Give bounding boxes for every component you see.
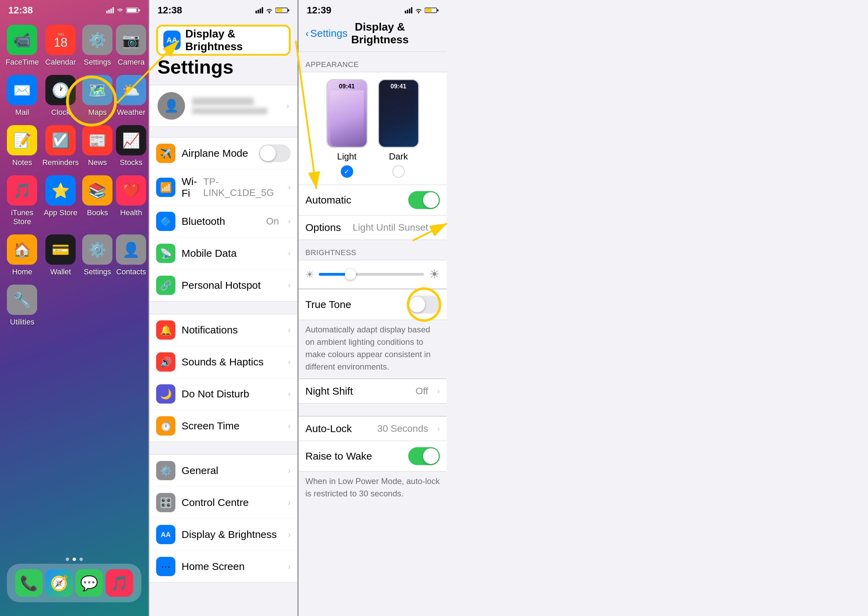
profile-info <box>192 97 280 114</box>
app-books[interactable]: 📚 Books <box>82 175 112 226</box>
sounds-chevron: › <box>288 357 291 367</box>
row-airplane[interactable]: ✈️ Airplane Mode <box>149 137 297 170</box>
row-control-centre[interactable]: 🎛️ Control Centre › <box>149 487 297 519</box>
options-row[interactable]: Options Light Until Sunset › <box>299 215 447 240</box>
svg-rect-10 <box>262 7 263 13</box>
row-wifi[interactable]: 📶 Wi-Fi TP-LINK_C1DE_5G › <box>149 170 297 206</box>
app-settings-home[interactable]: ⚙️ Settings <box>82 25 112 67</box>
light-mode-label: Light <box>337 151 356 162</box>
row-bluetooth[interactable]: 🔷 Bluetooth On › <box>149 206 297 237</box>
signal-icon <box>106 7 114 13</box>
app-reminders[interactable]: ☑️ Reminders <box>42 125 79 167</box>
automatic-toggle[interactable] <box>408 191 440 209</box>
raise-to-wake-row[interactable]: Raise to Wake <box>299 441 447 471</box>
raise-to-wake-toggle[interactable] <box>408 447 440 465</box>
app-contacts[interactable]: 👤 Contacts <box>116 234 146 277</box>
bluetooth-icon: 🔷 <box>156 212 175 231</box>
row-dnd[interactable]: 🌙 Do Not Disturb › <box>149 378 297 410</box>
battery-icon <box>126 7 140 13</box>
app-calendar[interactable]: THU 18 Calendar <box>42 25 79 67</box>
app-grid: 📹 FaceTime THU 18 Calendar ⚙️ Settings 📷… <box>0 18 148 333</box>
wifi-icon <box>116 8 123 13</box>
display-time: 12:39 <box>307 5 332 16</box>
row-notifications[interactable]: 🔔 Notifications › <box>149 314 297 346</box>
airplane-icon: ✈️ <box>156 144 175 163</box>
light-mode-option[interactable]: 09:41 Light ✓ <box>326 79 368 178</box>
connectivity-section: ✈️ Airplane Mode 📶 Wi-Fi TP-LINK_C1DE_5G… <box>149 137 297 302</box>
profile-avatar: 👤 <box>157 92 185 119</box>
notifications-chevron: › <box>288 325 291 335</box>
brightness-track[interactable] <box>319 273 424 276</box>
true-tone-description: Automatically adapt display based on amb… <box>299 320 447 379</box>
svg-rect-16 <box>407 9 408 13</box>
sounds-icon: 🔊 <box>156 352 175 372</box>
row-home-screen[interactable]: ⋯ Home Screen › <box>149 551 297 582</box>
dark-mode-option[interactable]: 09:41 Dark <box>378 79 419 178</box>
dock-messages[interactable]: 💬 <box>75 569 103 597</box>
wifi-icon-2 <box>266 8 273 13</box>
svg-rect-14 <box>276 9 282 12</box>
row-display-brightness[interactable]: AA Display & Brightness › <box>149 519 297 551</box>
brightness-sun-small: ☀ <box>305 269 314 280</box>
svg-rect-22 <box>425 9 432 12</box>
wifi-chevron: › <box>288 182 291 192</box>
general-section: ⚙️ General › 🎛️ Control Centre › AA Disp… <box>149 454 297 583</box>
row-screen-time[interactable]: ⏱️ Screen Time › <box>149 410 297 442</box>
app-itunes[interactable]: 🎵 iTunes Store <box>6 175 39 226</box>
row-general[interactable]: ⚙️ General › <box>149 455 297 487</box>
true-tone-section: True Tone <box>299 289 447 320</box>
status-icons <box>106 7 140 13</box>
brightness-slider-row[interactable]: ☀ ☀ <box>305 267 440 281</box>
hotspot-icon: 🔗 <box>156 276 175 295</box>
screen-time-label: Screen Time <box>182 420 281 432</box>
svg-point-19 <box>418 12 419 13</box>
auto-lock-section: Auto-Lock 30 Seconds › Raise to Wake <box>299 416 447 471</box>
app-notes[interactable]: 📝 Notes <box>6 125 39 167</box>
app-camera[interactable]: 📷 Camera <box>116 25 146 67</box>
display-icon-highlight: AA <box>164 31 181 50</box>
app-weather[interactable]: ⛅ Weather <box>116 75 146 117</box>
true-tone-row[interactable]: True Tone <box>299 289 447 320</box>
app-settings-home2[interactable]: ⚙️ Settings <box>82 234 112 277</box>
app-health[interactable]: ❤️ Health <box>116 175 146 226</box>
row-sounds[interactable]: 🔊 Sounds & Haptics › <box>149 346 297 378</box>
automatic-row[interactable]: Automatic <box>299 185 447 215</box>
app-facetime[interactable]: 📹 FaceTime <box>6 25 39 67</box>
app-wallet[interactable]: 💳 Wallet <box>42 234 79 277</box>
general-label: General <box>182 465 281 476</box>
back-button[interactable]: ‹ Settings <box>305 27 348 39</box>
options-label: Options <box>305 222 347 233</box>
row-mobile-data[interactable]: 📡 Mobile Data › <box>149 237 297 269</box>
control-centre-label: Control Centre <box>182 497 281 508</box>
app-news[interactable]: 📰 News <box>82 125 112 167</box>
app-appstore[interactable]: ⭐ App Store <box>42 175 79 226</box>
svg-rect-0 <box>106 11 108 13</box>
general-chevron: › <box>288 466 291 475</box>
auto-lock-row[interactable]: Auto-Lock 30 Seconds › <box>299 416 447 441</box>
svg-rect-18 <box>411 7 412 13</box>
dock-phone[interactable]: 📞 <box>15 569 42 597</box>
appearance-section: 09:41 Light ✓ 09:41 Dark Automatic Optio… <box>299 72 447 240</box>
auto-lock-chevron: › <box>437 424 440 434</box>
home-screen-label: Home Screen <box>182 561 281 572</box>
battery-icon-3 <box>425 7 439 13</box>
dock-music[interactable]: 🎵 <box>105 569 133 597</box>
row-hotspot[interactable]: 🔗 Personal Hotspot › <box>149 269 297 301</box>
notifications-icon: 🔔 <box>156 321 175 339</box>
dot-3 <box>79 558 83 561</box>
airplane-toggle[interactable] <box>259 145 291 162</box>
dock-safari[interactable]: 🧭 <box>46 569 73 597</box>
screen-time-icon: ⏱️ <box>156 416 175 435</box>
appearance-section-header: APPEARANCE <box>299 52 447 72</box>
app-mail[interactable]: ✉️ Mail <box>6 75 39 117</box>
night-shift-row[interactable]: Night Shift Off › <box>299 379 447 403</box>
app-utilities[interactable]: 🔧 Utilities <box>6 284 39 327</box>
brightness-thumb[interactable] <box>345 269 356 280</box>
true-tone-toggle[interactable] <box>408 295 440 313</box>
hotspot-label: Personal Hotspot <box>182 280 281 291</box>
app-home[interactable]: 🏠 Home <box>6 234 39 277</box>
profile-row[interactable]: 👤 › <box>149 85 297 127</box>
app-stocks[interactable]: 📈 Stocks <box>116 125 146 167</box>
light-mode-mockup: 09:41 <box>326 79 368 148</box>
wifi-value: TP-LINK_C1DE_5G <box>203 176 279 198</box>
